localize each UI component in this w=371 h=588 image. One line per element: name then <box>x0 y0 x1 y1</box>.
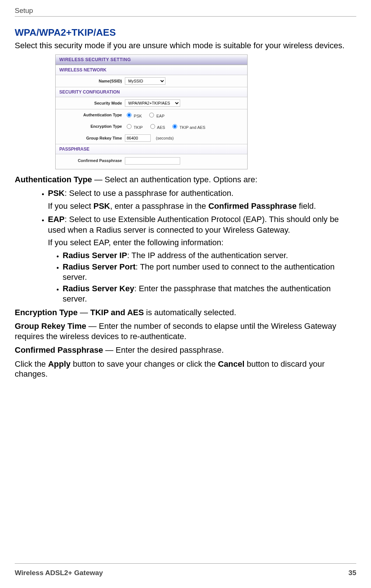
radius-key-bullet: Radius Server Key: Enter the passphrase … <box>63 284 356 304</box>
rekey-time-input[interactable] <box>125 134 151 142</box>
group-rekey-desc: Group Rekey Time — Enter the number of s… <box>15 321 356 341</box>
security-mode-select[interactable]: WPA/WPA2+TKIP/AES <box>125 99 180 107</box>
panel-title: WIRELESS SECURITY SETTING <box>56 55 247 65</box>
radius-ip-bullet: Radius Server IP: The IP address of the … <box>63 250 356 261</box>
auth-type-desc: Authentication Type — Select an authenti… <box>15 175 356 185</box>
apply-cancel-desc: Click the Apply button to save your chan… <box>15 359 356 379</box>
footer-product: Wireless ADSL2+ Gateway <box>15 569 103 577</box>
auth-psk-radio[interactable] <box>127 113 132 117</box>
enc-both-radio[interactable] <box>172 124 177 129</box>
page-footer: Wireless ADSL2+ Gateway 35 <box>15 563 356 577</box>
enc-both-option[interactable]: TKIP and AES <box>171 125 205 130</box>
rekey-unit: (seconds) <box>156 136 174 140</box>
security-mode-label: Security Mode <box>59 101 125 105</box>
confirmed-passphrase-input[interactable] <box>125 157 180 165</box>
ssid-select[interactable]: MySSID <box>125 77 165 85</box>
enc-type-label: Encryption Type <box>59 124 125 128</box>
enc-aes-option[interactable]: AES <box>148 125 165 130</box>
config-panel-screenshot: WIRELESS SECURITY SETTING WIRELESS NETWO… <box>55 54 356 169</box>
footer-page-number: 35 <box>349 569 356 577</box>
passphrase-header: PASSPHRASE <box>56 144 247 154</box>
confirmed-passphrase-label: Confirmed Passphrase <box>59 158 125 163</box>
confirmed-passphrase-desc: Confirmed Passphrase — Enter the desired… <box>15 345 356 355</box>
section-intro: Select this security mode if you are uns… <box>15 41 356 51</box>
page-header: Setup <box>15 7 356 17</box>
encryption-type-desc: Encryption Type — TKIP and AES is automa… <box>15 307 356 318</box>
psk-bullet: PSK: Select to use a passphrase for auth… <box>48 188 356 211</box>
security-config-header: SECURITY CONFIGURATION <box>56 87 247 97</box>
auth-type-label: Authentication Type <box>59 113 125 117</box>
section-heading: WPA/WPA2+TKIP/AES <box>15 27 356 38</box>
ssid-label: Name(SSID) <box>59 79 125 83</box>
rekey-time-label: Group Rekey Time <box>59 136 125 140</box>
enc-tkip-radio[interactable] <box>127 124 132 129</box>
enc-tkip-option[interactable]: TKIP <box>125 125 143 130</box>
enc-aes-radio[interactable] <box>150 124 155 129</box>
wireless-network-header: WIRELESS NETWORK <box>56 65 247 75</box>
auth-psk-option[interactable]: PSK <box>125 114 142 118</box>
auth-eap-radio[interactable] <box>149 113 154 117</box>
radius-port-bullet: Radius Server Port: The port number used… <box>63 262 356 283</box>
eap-bullet: EAP: Select to use Extensible Authentica… <box>48 214 356 304</box>
auth-eap-option[interactable]: EAP <box>147 114 164 118</box>
